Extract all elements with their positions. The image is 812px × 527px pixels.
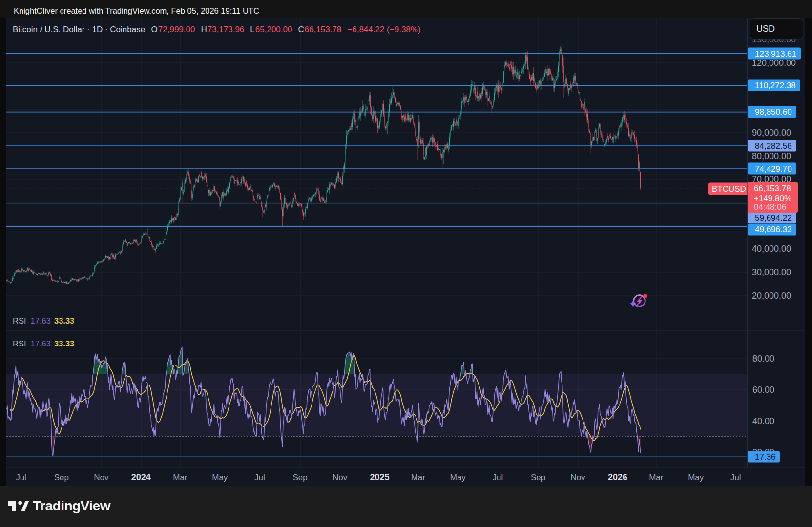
svg-text:2025: 2025 [370, 472, 389, 482]
svg-text:40.00: 40.00 [752, 416, 774, 426]
svg-text:73,173.96: 73,173.96 [208, 25, 245, 34]
svg-text:RSI: RSI [13, 316, 26, 325]
svg-text:KnightOliver created with Trad: KnightOliver created with TradingView.co… [14, 6, 259, 15]
svg-text:BTCUSD: BTCUSD [712, 184, 746, 194]
svg-text:Nov: Nov [94, 473, 109, 482]
svg-text:Sep: Sep [292, 473, 307, 482]
svg-text:65,200.00: 65,200.00 [255, 25, 292, 34]
svg-text:120,000.00: 120,000.00 [752, 58, 796, 68]
svg-text:Nov: Nov [333, 473, 348, 482]
svg-text:RSI: RSI [13, 339, 26, 348]
svg-text:72,999.00: 72,999.00 [158, 25, 195, 34]
svg-text:Jul: Jul [492, 473, 503, 482]
svg-text:H: H [201, 25, 207, 34]
svg-text:Jul: Jul [730, 473, 741, 482]
svg-text:May: May [688, 473, 704, 482]
svg-text:33.33: 33.33 [54, 316, 74, 325]
svg-text:Bitcoin / U.S. Dollar · 1D · C: Bitcoin / U.S. Dollar · 1D · Coinbase [13, 25, 145, 34]
svg-text:30,000.00: 30,000.00 [752, 267, 791, 277]
svg-text:Jul: Jul [254, 473, 265, 482]
svg-text:Sep: Sep [531, 473, 545, 482]
svg-text:TradingView: TradingView [33, 498, 111, 513]
svg-text:L: L [250, 25, 254, 34]
svg-text:66,153.78: 66,153.78 [305, 25, 342, 34]
svg-text:Jul: Jul [16, 473, 26, 482]
svg-text:May: May [212, 473, 228, 482]
svg-text:33.33: 33.33 [54, 339, 74, 348]
svg-text:20,000.00: 20,000.00 [752, 291, 791, 301]
svg-text:40,000.00: 40,000.00 [752, 244, 791, 254]
svg-text:USD: USD [756, 24, 775, 34]
svg-text:80.00: 80.00 [752, 354, 774, 364]
svg-text:May: May [450, 473, 466, 482]
svg-text:−6,844.22 (−9.38%): −6,844.22 (−9.38%) [347, 25, 420, 34]
svg-text:66,153.78: 66,153.78 [754, 184, 791, 193]
svg-text:49,696.33: 49,696.33 [755, 225, 792, 234]
svg-text:60.00: 60.00 [752, 385, 774, 395]
svg-text:59,694.22: 59,694.22 [755, 213, 792, 223]
svg-text:17.63: 17.63 [31, 316, 51, 325]
svg-text:Mar: Mar [649, 473, 664, 482]
svg-text:98,850.60: 98,850.60 [755, 107, 792, 117]
svg-text:Sep: Sep [54, 473, 69, 482]
svg-text:123,913.61: 123,913.61 [755, 49, 796, 59]
svg-text:84,282.56: 84,282.56 [755, 142, 792, 151]
svg-text:C: C [298, 25, 304, 34]
svg-text:O: O [151, 25, 158, 34]
svg-text:17.63: 17.63 [31, 339, 51, 348]
svg-text:74,429.70: 74,429.70 [755, 164, 792, 174]
svg-text:80,000.00: 80,000.00 [752, 151, 791, 161]
svg-text:2024: 2024 [131, 472, 151, 482]
svg-text:Mar: Mar [173, 473, 187, 482]
svg-text:Nov: Nov [570, 473, 585, 482]
svg-text:+149.80%: +149.80% [754, 194, 791, 203]
svg-text:04:48:06: 04:48:06 [754, 203, 786, 212]
svg-text:110,272.38: 110,272.38 [755, 81, 796, 90]
svg-text:90,000.00: 90,000.00 [752, 128, 791, 138]
svg-text:Mar: Mar [411, 473, 426, 482]
svg-text:2026: 2026 [608, 472, 627, 482]
svg-text:17.36: 17.36 [755, 452, 776, 462]
